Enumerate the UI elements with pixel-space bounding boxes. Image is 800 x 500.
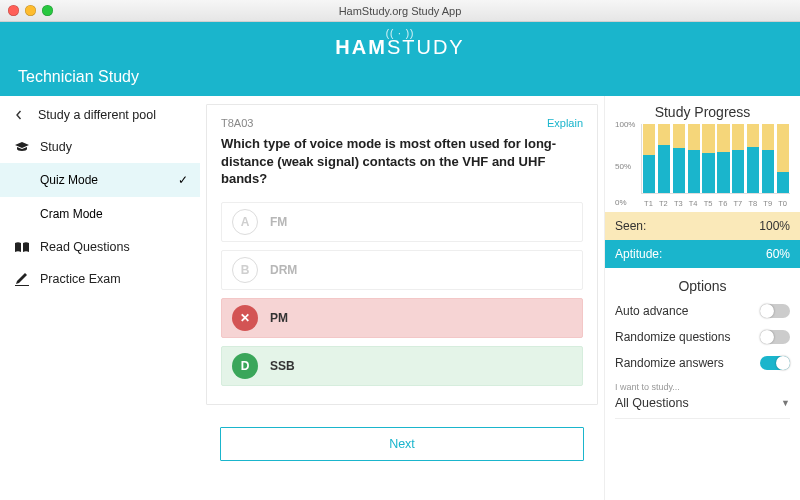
- progress-title: Study Progress: [615, 104, 790, 120]
- option-label: Randomize answers: [615, 356, 724, 370]
- xtick: T4: [686, 199, 701, 208]
- brand-left: HAM: [335, 36, 387, 58]
- sidebar-item-label: Read Questions: [40, 240, 130, 254]
- zoom-window-button[interactable]: [42, 5, 53, 16]
- stat-label: Aptitude:: [615, 247, 662, 261]
- option-label: Auto advance: [615, 304, 688, 318]
- stat-seen: Seen: 100%: [605, 212, 800, 240]
- study-filter-select[interactable]: All Questions ▼: [615, 392, 790, 419]
- select-value: All Questions: [615, 396, 689, 410]
- window-controls: [8, 5, 53, 16]
- xtick: T3: [671, 199, 686, 208]
- answer-letter: D: [232, 353, 258, 379]
- ytick: 0%: [615, 198, 627, 207]
- xtick: T6: [716, 199, 731, 208]
- page-title: Technician Study: [18, 68, 139, 86]
- answer-label: DRM: [270, 263, 297, 277]
- answer-letter: B: [232, 257, 258, 283]
- submenu-quiz-mode[interactable]: Quiz Mode ✓: [0, 163, 200, 197]
- question-code: T8A03: [221, 117, 253, 129]
- xtick: T2: [656, 199, 671, 208]
- sidebar: Study a different pool Study Quiz Mode ✓…: [0, 96, 200, 500]
- question-card: T8A03 Explain Which type of voice mode i…: [206, 104, 598, 405]
- study-submenu: Quiz Mode ✓ Cram Mode: [0, 163, 200, 231]
- toggle-auto-advance[interactable]: [760, 304, 790, 318]
- stat-label: Seen:: [615, 219, 646, 233]
- options-title: Options: [615, 278, 790, 294]
- chart-bar: [643, 124, 655, 193]
- close-window-button[interactable]: [8, 5, 19, 16]
- question-text: Which type of voice mode is most often u…: [221, 135, 583, 188]
- answer-a[interactable]: A FM: [221, 202, 583, 242]
- chart-bar: [717, 124, 729, 193]
- chart-bar: [688, 124, 700, 193]
- chart-bar: [732, 124, 744, 193]
- x-icon: ✕: [232, 305, 258, 331]
- submenu-label: Cram Mode: [40, 207, 103, 221]
- option-randomize-questions: Randomize questions: [615, 324, 790, 350]
- answer-label: SSB: [270, 359, 295, 373]
- toggle-randomize-answers[interactable]: [760, 356, 790, 370]
- option-auto-advance: Auto advance: [615, 298, 790, 324]
- brand-logo: (( · )) HAMSTUDY: [335, 28, 464, 59]
- caret-down-icon: ▼: [781, 398, 790, 408]
- brand-right: STUDY: [387, 36, 465, 58]
- chart-plot-area: [641, 124, 790, 194]
- minimize-window-button[interactable]: [25, 5, 36, 16]
- stat-aptitude: Aptitude: 60%: [605, 240, 800, 268]
- answer-label: PM: [270, 311, 288, 325]
- xtick: T0: [775, 199, 790, 208]
- stat-value: 60%: [766, 247, 790, 261]
- back-label: Study a different pool: [38, 108, 156, 122]
- graduation-cap-icon: [14, 140, 30, 154]
- answer-d-correct[interactable]: D SSB: [221, 346, 583, 386]
- check-icon: ✓: [178, 173, 188, 187]
- window-title: HamStudy.org Study App: [339, 5, 462, 17]
- aside-panel: Study Progress 100% 50% 0% T1T2T3T4T5T6T…: [604, 96, 800, 500]
- xtick: T1: [641, 199, 656, 208]
- pencil-icon: [14, 272, 30, 286]
- chart-xticks: T1T2T3T4T5T6T7T8T9T0: [641, 199, 790, 208]
- toggle-randomize-questions[interactable]: [760, 330, 790, 344]
- app-header: (( · )) HAMSTUDY Technician Study: [0, 22, 800, 96]
- answer-label: FM: [270, 215, 287, 229]
- option-randomize-answers: Randomize answers: [615, 350, 790, 376]
- chart-bar: [777, 124, 789, 193]
- option-label: Randomize questions: [615, 330, 730, 344]
- chart-bar: [673, 124, 685, 193]
- main-panel: T8A03 Explain Which type of voice mode i…: [200, 96, 604, 500]
- stat-value: 100%: [759, 219, 790, 233]
- next-button[interactable]: Next: [220, 427, 584, 461]
- xtick: T7: [730, 199, 745, 208]
- xtick: T9: [760, 199, 775, 208]
- sidebar-item-read-questions[interactable]: Read Questions: [0, 231, 200, 263]
- submenu-cram-mode[interactable]: Cram Mode: [0, 197, 200, 231]
- mac-titlebar: HamStudy.org Study App: [0, 0, 800, 22]
- antenna-icon: (( · )): [335, 28, 464, 39]
- chart-bar: [747, 124, 759, 193]
- study-filter-label: I want to study...: [615, 382, 790, 392]
- answer-letter: A: [232, 209, 258, 235]
- ytick: 100%: [615, 120, 635, 129]
- sidebar-item-practice-exam[interactable]: Practice Exam: [0, 263, 200, 295]
- answer-c-wrong[interactable]: ✕ PM: [221, 298, 583, 338]
- book-icon: [14, 240, 30, 254]
- ytick: 50%: [615, 162, 631, 171]
- chart-bar: [658, 124, 670, 193]
- explain-link[interactable]: Explain: [547, 117, 583, 129]
- submenu-label: Quiz Mode: [40, 173, 98, 187]
- sidebar-item-study[interactable]: Study: [0, 131, 200, 163]
- sidebar-item-label: Practice Exam: [40, 272, 121, 286]
- answer-b[interactable]: B DRM: [221, 250, 583, 290]
- progress-chart: 100% 50% 0% T1T2T3T4T5T6T7T8T9T0: [615, 124, 790, 208]
- xtick: T8: [745, 199, 760, 208]
- xtick: T5: [701, 199, 716, 208]
- back-to-pools[interactable]: Study a different pool: [0, 96, 200, 131]
- sidebar-item-label: Study: [40, 140, 72, 154]
- chart-bar: [702, 124, 714, 193]
- chart-bar: [762, 124, 774, 193]
- chevron-left-icon: [14, 110, 28, 120]
